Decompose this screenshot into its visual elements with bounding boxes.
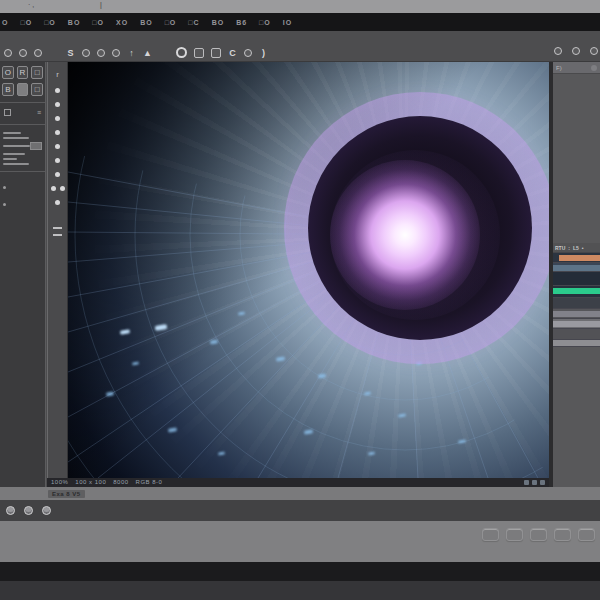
bottom-tool-icon[interactable] [6, 506, 15, 515]
layer-green[interactable] [553, 286, 600, 298]
tool-ring-icon[interactable] [176, 47, 187, 58]
menu-item[interactable]: □O [259, 19, 271, 26]
bottom-dark-band [0, 562, 600, 581]
bottom-tool-icon[interactable] [24, 506, 33, 515]
menu-item[interactable]: B6 [236, 19, 247, 26]
orb-glow-core [330, 160, 480, 310]
menu-item[interactable]: □O [165, 19, 177, 26]
statusbar-mini-icon[interactable] [524, 480, 529, 485]
tool-dot-icon[interactable] [55, 102, 60, 107]
panel-menu-icon[interactable] [591, 65, 597, 71]
sidebar-button[interactable]: B [2, 83, 14, 96]
menu-item[interactable]: □C [188, 19, 199, 26]
menu-grip-icon[interactable]: ≡ [37, 109, 41, 116]
embossed-button[interactable] [530, 528, 547, 541]
sidebar-option-row[interactable] [0, 160, 45, 165]
menubar: O□O□OBO□OXOBO□O□CBOB6□OIO [0, 13, 600, 31]
tool-dot-5-icon[interactable] [97, 49, 105, 57]
tool-dot-2-icon[interactable] [19, 49, 27, 57]
menu-item[interactable]: □O [44, 19, 56, 26]
layer-orange[interactable] [553, 253, 600, 263]
bottom-tool-icon[interactable] [42, 506, 51, 515]
tool-dot-icon[interactable] [55, 200, 60, 205]
tool-dot-icon[interactable] [55, 144, 60, 149]
layer-gray-2-bar [553, 311, 600, 317]
pen-icon[interactable]: r [56, 70, 59, 79]
embossed-button[interactable] [482, 528, 499, 541]
embossed-button[interactable] [578, 528, 595, 541]
tool-square-1-icon[interactable] [194, 48, 204, 58]
menu-item[interactable]: □O [92, 19, 104, 26]
layer-green-bar [553, 288, 600, 294]
canvas-viewport[interactable] [68, 62, 549, 478]
tool-arrow-up-icon[interactable]: ↑ [127, 48, 136, 58]
option-value-box[interactable] [30, 142, 42, 150]
titlebar-mark: · , [28, 1, 34, 8]
panel-empty-area [553, 74, 600, 243]
embossed-button[interactable] [506, 528, 523, 541]
grip-line-icon[interactable] [53, 234, 62, 236]
statusbar-mini-icon[interactable] [540, 480, 545, 485]
titlebar-mark: | [100, 1, 102, 8]
tool-dot-4-icon[interactable] [82, 49, 90, 57]
layer-gray-2[interactable] [553, 309, 600, 319]
tool-dot-6-icon[interactable] [112, 49, 120, 57]
sidebar-option-row[interactable] [0, 139, 45, 150]
sidebar-button[interactable]: O [2, 66, 14, 79]
menubar-items: O□O□OBO□OXOBO□O□CBOB6□OIO [0, 19, 292, 26]
tool-dot-icon[interactable] [55, 130, 60, 135]
sidebar-section-header[interactable]: ≡ [0, 107, 45, 118]
toolbar-left-icons: S↑▲C) [4, 47, 268, 58]
tool-dot-1-icon[interactable] [4, 49, 12, 57]
sidebar-button[interactable]: R [17, 66, 29, 79]
tool-s-icon[interactable]: S [66, 48, 75, 58]
tool-dot-icon[interactable] [55, 88, 60, 93]
tool-dot-icon[interactable] [51, 186, 56, 191]
sidebar-button[interactable]: □ [31, 66, 43, 79]
tool-dot-icon[interactable] [55, 158, 60, 163]
divider [0, 124, 45, 125]
toolbar-right-icons [554, 47, 598, 55]
layer-blue[interactable] [553, 263, 600, 272]
layer-gray-5[interactable] [553, 340, 600, 347]
tool-wedge-icon[interactable]: ▲ [143, 48, 152, 58]
right-panel-header[interactable]: F) [553, 62, 600, 74]
tool-dot-icon[interactable] [55, 172, 60, 177]
layer-gray-4[interactable] [553, 329, 600, 340]
tool-dot-icon[interactable] [60, 186, 65, 191]
tool-dot-7-icon[interactable] [244, 49, 252, 57]
grip-line-icon[interactable] [53, 227, 62, 229]
tool-dot-3-icon[interactable] [34, 49, 42, 57]
view-dot-3-icon[interactable] [590, 47, 598, 55]
menu-item[interactable]: BO [68, 19, 81, 26]
menu-item[interactable]: IO [283, 19, 292, 26]
menu-item[interactable]: BO [212, 19, 225, 26]
left-sidebar-panel: OR□B■□ ≡ [0, 62, 46, 487]
tool-dot-icon[interactable] [55, 116, 60, 121]
bottom-band [0, 581, 600, 600]
tool-c-icon[interactable]: C [228, 48, 237, 58]
menu-item[interactable]: O [2, 19, 8, 26]
statusbar-tokens: 100%100 x 1008000RGB 8-0 [51, 478, 162, 487]
tool-pair[interactable] [51, 186, 65, 191]
tool-paren-icon[interactable]: ) [259, 48, 268, 58]
menu-item[interactable]: □O [20, 19, 32, 26]
view-dot-2-icon[interactable] [572, 47, 580, 55]
panel-title: F) [556, 65, 562, 71]
statusbar-mini-icon[interactable] [532, 480, 537, 485]
layer-gray-3[interactable] [553, 319, 600, 329]
sidebar-button-grid: OR□B■□ [0, 62, 45, 96]
layer-dark[interactable] [553, 272, 600, 286]
tool-square-2-icon[interactable] [211, 48, 221, 58]
menu-item[interactable]: XO [116, 19, 128, 26]
view-dot-1-icon[interactable] [554, 47, 562, 55]
info-chip: Exa 8 V5 [48, 490, 85, 498]
sidebar-button[interactable]: ■ [17, 83, 29, 96]
embossed-button[interactable] [554, 528, 571, 541]
layer-blue-bar [553, 265, 600, 271]
app-window: · , | O□O□OBO□OXOBO□O□CBOB6□OIO S↑▲C) OR… [0, 0, 600, 600]
right-panel: F) RTU:L5• [553, 62, 600, 487]
menu-item[interactable]: BO [140, 19, 153, 26]
layer-gray-1[interactable] [553, 298, 600, 309]
sidebar-button[interactable]: □ [31, 83, 43, 96]
